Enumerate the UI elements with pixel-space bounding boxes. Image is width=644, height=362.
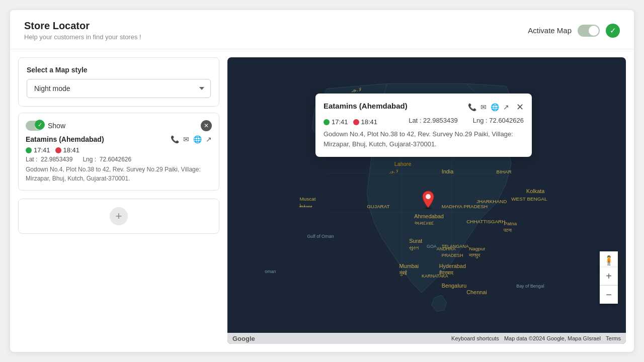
svg-text:TELANGANA: TELANGANA [442, 244, 469, 249]
svg-text:Kolkata: Kolkata [526, 188, 545, 194]
svg-text:Nagpur: Nagpur [469, 246, 486, 251]
page-subtitle: Help your customers in find your stores … [24, 33, 141, 41]
svg-text:અમદાવાદ: અમદાવાદ [414, 220, 434, 226]
header-right: Activate Map ✓ [528, 24, 620, 38]
popup-open-time: 17:41 [324, 118, 348, 126]
popup-close-button[interactable]: ✕ [516, 102, 524, 113]
popup-open-dot [324, 119, 330, 125]
map-pin-container[interactable] [421, 190, 435, 211]
add-icon: + [110, 207, 128, 225]
store-card-header: ✓ Show ✕ [26, 120, 212, 131]
map-person-control[interactable]: 🧍 [600, 251, 618, 269]
close-dot [55, 147, 61, 153]
activate-map-label: Activate Map [528, 26, 572, 35]
activate-map-toggle[interactable] [578, 25, 600, 37]
lng-label: Lng : 72.6042626 [83, 156, 131, 163]
svg-text:मुंबई: मुंबई [399, 270, 407, 276]
map-data-text: Map data ©2024 Google, Mapa GIsrael [504, 335, 601, 341]
store-close-time: 18:41 [55, 146, 80, 154]
svg-text:BIHAR: BIHAR [497, 169, 512, 174]
page-title: Store Locator [24, 20, 141, 32]
svg-point-50 [426, 194, 431, 199]
svg-text:PRADESH: PRADESH [442, 253, 463, 258]
store-close-button[interactable]: ✕ [201, 120, 212, 131]
header-left: Store Locator Help your customers in fin… [24, 20, 141, 41]
open-dot [26, 147, 32, 153]
svg-text:Gulf of Oman: Gulf of Oman [307, 234, 334, 239]
svg-text:Bay of Bengal: Bay of Bengal [516, 284, 544, 289]
svg-text:CHHATTISGARH: CHHATTISGARH [466, 219, 505, 224]
activate-check-icon: ✓ [606, 24, 620, 38]
svg-text:oman: oman [265, 269, 276, 274]
svg-text:Muscat: Muscat [300, 196, 316, 202]
store-icons: 📞 ✉ 🌐 ↗ [171, 135, 212, 143]
popup-close-time: 18:41 [353, 118, 378, 126]
zoom-in-button[interactable]: + [600, 267, 618, 286]
store-email-icon[interactable]: ✉ [183, 135, 189, 143]
show-toggle-wrap[interactable]: ✓ [26, 121, 44, 131]
svg-text:GOA: GOA [427, 244, 437, 249]
svg-text:Patna: Patna [504, 221, 517, 227]
store-globe-icon[interactable]: 🌐 [193, 135, 202, 143]
svg-text:Lahore: Lahore [394, 161, 412, 167]
svg-text:لاہور: لاہور [389, 169, 398, 173]
terms-link[interactable]: Terms [606, 335, 621, 341]
popup-phone-icon[interactable]: 📞 [468, 103, 476, 111]
sidebar: Select a Map style Night mode Standard S… [18, 57, 219, 344]
popup-close-dot [353, 119, 359, 125]
svg-text:Bengaluru: Bengaluru [442, 283, 467, 289]
svg-text:لاہور: لاہور [352, 87, 362, 93]
store-phone-icon[interactable]: 📞 [171, 135, 179, 143]
store-open-time: 17:41 [26, 146, 50, 154]
svg-text:India: India [442, 168, 454, 174]
store-card: ✓ Show ✕ Eatamins (Ahemdabad) 📞 ✉ 🌐 ↗ [18, 113, 219, 191]
show-toggle-container: ✓ Show [26, 121, 65, 131]
popup-store-name: Eatamins (Ahemdabad) [324, 102, 408, 110]
map-footer: Google Keyboard shortcuts Map data ©2024… [227, 333, 626, 344]
svg-text:Ahmedabad: Ahmedabad [414, 213, 444, 219]
svg-text:સુરત: સુરત [409, 245, 419, 251]
svg-text:GUJARAT: GUJARAT [367, 204, 389, 209]
popup-icons: 📞 ✉ 🌐 ↗ ✕ [468, 102, 524, 113]
store-times: 17:41 18:41 [26, 146, 212, 154]
popup-globe-icon[interactable]: 🌐 [491, 103, 499, 111]
store-address: Godown No.4, Plot No.38 to 42, Rev. Surv… [26, 165, 212, 183]
svg-text:Surat: Surat [409, 238, 422, 244]
google-logo: Google [232, 335, 255, 342]
map-pin-svg [421, 190, 435, 209]
map-style-box: Select a Map style Night mode Standard S… [18, 57, 219, 107]
page-header: Store Locator Help your customers in fin… [10, 10, 634, 49]
main-content: Select a Map style Night mode Standard S… [10, 49, 634, 352]
keyboard-shortcuts-link[interactable]: Keyboard shortcuts [451, 335, 499, 341]
map-area[interactable]: Lahore لاہور Ahmedabad અમદાવાદ Surat સુર… [227, 57, 626, 344]
map-footer-links: Keyboard shortcuts Map data ©2024 Google… [451, 335, 621, 341]
lat-label: Lat : 22.9853439 [26, 156, 72, 163]
svg-text:KARNATAKA: KARNATAKA [422, 274, 448, 279]
svg-text:Chennai: Chennai [466, 289, 487, 295]
toggle-thumb [589, 26, 599, 36]
store-coords: Lat : 22.9853439 Lng : 72.6042626 [26, 156, 212, 163]
popup-header: Eatamins (Ahemdabad) 📞 ✉ 🌐 ↗ ✕ [324, 102, 524, 113]
popup-times: 17:41 18:41 Lat : 22.9853439 [324, 117, 524, 127]
popup-address: Godown No.4, Plot No.38 to 42, Rev. Surv… [324, 129, 524, 149]
show-check-badge: ✓ [35, 120, 45, 130]
add-store-button[interactable]: + [18, 199, 219, 234]
zoom-out-button[interactable]: − [600, 286, 618, 304]
person-icon: 🧍 [603, 255, 614, 266]
popup-email-icon[interactable]: ✉ [480, 103, 487, 111]
svg-text:WEST BENGAL: WEST BENGAL [511, 196, 547, 202]
svg-text:Mumbai: Mumbai [399, 263, 419, 269]
map-style-label: Select a Map style [27, 66, 211, 74]
svg-text:مسقط: مسقط [299, 203, 312, 208]
map-zoom-controls: + − [600, 267, 618, 304]
popup-trending-icon[interactable]: ↗ [503, 103, 509, 111]
activate-map-toggle-container[interactable] [578, 25, 600, 37]
svg-text:पटना: पटना [503, 228, 512, 233]
map-info-popup: Eatamins (Ahemdabad) 📞 ✉ 🌐 ↗ ✕ 17:41 [315, 94, 532, 157]
map-style-select[interactable]: Night mode Standard Satellite Terrain [27, 79, 211, 98]
svg-text:MADHYA PRADESH: MADHYA PRADESH [442, 204, 488, 209]
popup-lng: Lng : 72.6042626 [473, 117, 524, 124]
map-background: Lahore لاہور Ahmedabad અમદાવાદ Surat સુર… [227, 57, 626, 344]
store-trending-icon[interactable]: ↗ [206, 135, 212, 143]
svg-text:Hyderabad: Hyderabad [439, 263, 466, 269]
